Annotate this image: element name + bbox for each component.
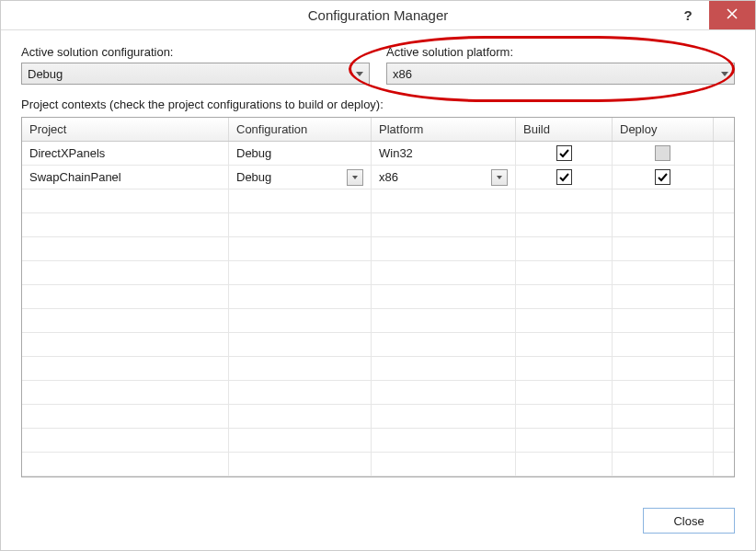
cell-empty: [613, 381, 714, 404]
col-header-platform[interactable]: Platform: [372, 118, 516, 141]
titlebar-buttons: ?: [667, 1, 755, 29]
cell-project: SwapChainPanel: [22, 166, 229, 189]
dialog-title: Configuration Manager: [1, 7, 755, 23]
cell-empty: [229, 429, 372, 452]
solution-selectors: Active solution configuration: Debug Act…: [21, 45, 735, 85]
cell-empty: [516, 213, 613, 236]
active-platform-dropdown[interactable]: x86: [386, 63, 735, 85]
cell-build: [516, 142, 613, 165]
cell-empty: [22, 261, 229, 284]
cell-configuration-dropdown[interactable]: [347, 169, 363, 186]
cell-configuration-value: Debug: [236, 170, 347, 184]
close-icon: [727, 8, 738, 22]
table-row-empty: [22, 453, 734, 476]
cell-empty: [229, 309, 372, 332]
cell-empty: [613, 261, 714, 284]
cell-configuration-value: Debug: [236, 146, 363, 160]
cell-empty: [613, 405, 714, 428]
cell-empty: [22, 309, 229, 332]
cell-platform-value: x86: [379, 170, 491, 184]
cell-empty: [372, 453, 516, 476]
cell-platform-value: Win32: [379, 146, 508, 160]
active-config-field: Active solution configuration: Debug: [21, 45, 370, 85]
cell-empty: [516, 405, 613, 428]
active-config-value: Debug: [28, 67, 356, 81]
col-header-deploy[interactable]: Deploy: [613, 118, 714, 141]
cell-empty: [613, 189, 714, 212]
table-row-empty: [22, 237, 734, 261]
table-row: SwapChainPanelDebugx86: [22, 166, 734, 189]
col-header-build[interactable]: Build: [516, 118, 613, 141]
cell-empty: [22, 357, 229, 380]
cell-empty: [22, 453, 229, 476]
cell-empty: [22, 381, 229, 404]
chevron-down-icon: [352, 176, 358, 179]
build-checkbox[interactable]: [556, 145, 572, 161]
cell-empty: [516, 357, 613, 380]
cell-platform[interactable]: x86: [372, 166, 516, 189]
cell-empty: [229, 381, 372, 404]
cell-empty: [613, 429, 714, 452]
cell-empty: [229, 285, 372, 308]
cell-empty: [516, 285, 613, 308]
table-row-empty: [22, 429, 734, 453]
dialog-footer: Close: [643, 508, 735, 534]
cell-empty: [229, 405, 372, 428]
cell-empty: [516, 429, 613, 452]
cell-empty: [229, 453, 372, 476]
cell-empty: [516, 381, 613, 404]
help-icon: ?: [683, 7, 692, 23]
cell-configuration[interactable]: Debug: [229, 166, 372, 189]
cell-empty: [613, 333, 714, 356]
cell-empty: [372, 261, 516, 284]
close-button-label: Close: [673, 514, 704, 528]
table-row-empty: [22, 333, 734, 357]
cell-empty: [516, 453, 613, 476]
cell-empty: [372, 357, 516, 380]
cell-empty: [22, 333, 229, 356]
chevron-down-icon: [721, 72, 728, 76]
cell-empty: [516, 309, 613, 332]
cell-empty: [613, 357, 714, 380]
cell-build: [516, 166, 613, 189]
title-bar: Configuration Manager ?: [1, 1, 755, 30]
cell-empty: [229, 357, 372, 380]
cell-platform[interactable]: Win32: [372, 142, 516, 165]
table-row-empty: [22, 309, 734, 333]
cell-empty: [22, 213, 229, 236]
table-row: DirectXPanelsDebugWin32: [22, 142, 734, 166]
col-header-configuration[interactable]: Configuration: [229, 118, 372, 141]
cell-empty: [229, 189, 372, 212]
close-button[interactable]: Close: [643, 508, 735, 534]
cell-configuration[interactable]: Debug: [229, 142, 372, 165]
cell-empty: [372, 213, 516, 236]
deploy-checkbox[interactable]: [655, 169, 670, 185]
cell-deploy: [613, 166, 714, 189]
cell-platform-dropdown[interactable]: [491, 169, 508, 186]
cell-empty: [372, 405, 516, 428]
grid-body: DirectXPanelsDebugWin32SwapChainPanelDeb…: [22, 142, 734, 476]
active-platform-field: Active solution platform: x86: [386, 45, 735, 85]
active-config-dropdown[interactable]: Debug: [21, 63, 370, 85]
col-header-project[interactable]: Project: [22, 118, 229, 141]
cell-empty: [372, 429, 516, 452]
table-row-empty: [22, 213, 734, 237]
cell-empty: [22, 429, 229, 452]
window-close-button[interactable]: [709, 1, 755, 29]
cell-empty: [372, 237, 516, 260]
table-row-empty: [22, 285, 734, 309]
table-row-empty: [22, 357, 734, 381]
table-row-empty: [22, 381, 734, 405]
cell-empty: [229, 237, 372, 260]
cell-empty: [372, 381, 516, 404]
chevron-down-icon: [356, 72, 363, 76]
cell-empty: [372, 285, 516, 308]
table-row-empty: [22, 189, 734, 213]
help-button[interactable]: ?: [667, 1, 709, 29]
active-config-label: Active solution configuration:: [21, 45, 370, 59]
build-checkbox[interactable]: [556, 169, 572, 185]
active-platform-value: x86: [393, 67, 721, 81]
cell-empty: [229, 213, 372, 236]
grid-header: Project Configuration Platform Build Dep…: [22, 118, 734, 142]
cell-empty: [516, 333, 613, 356]
